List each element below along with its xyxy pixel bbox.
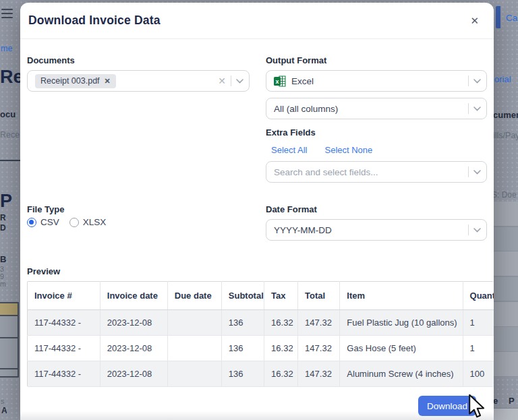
column-header: Subtotal	[221, 282, 264, 310]
chevron-down-icon[interactable]	[236, 79, 243, 84]
bg-bottom-text-1: s	[1, 397, 4, 405]
table-cell: 147.32	[298, 310, 340, 336]
output-format-select[interactable]: x Excel	[266, 70, 487, 92]
bg-tutorial-link-fragment[interactable]: orial	[494, 74, 511, 84]
bg-status-fragment: S: Doe .	[492, 190, 518, 200]
preview-table: Invoice #Invoice dateDue dateSubtotalTax…	[27, 281, 494, 387]
radio-option-xlsx[interactable]: XLSX	[69, 217, 107, 227]
table-cell: 100	[463, 361, 494, 387]
document-tag-label: Receipt 003.pdf	[40, 76, 100, 86]
documents-select[interactable]: Receipt 003.pdf ✕ ✕	[27, 70, 250, 92]
column-header: Quantity	[463, 282, 494, 310]
date-format-label: Date Format	[266, 204, 487, 214]
extra-fields-label: Extra Fields	[266, 127, 487, 138]
table-cell	[167, 336, 221, 361]
table-cell: 1	[463, 310, 494, 336]
svg-text:x: x	[275, 78, 279, 85]
table-cell: 117-44332 -	[28, 310, 100, 336]
download-invoice-modal: Download Invoice Data ✕ Documents Receip…	[20, 3, 494, 420]
bg-row-label-2: D	[0, 223, 6, 233]
bg-small-text-3: m	[0, 280, 6, 288]
column-header: Tax	[264, 282, 298, 310]
table-cell: 16.32	[264, 361, 298, 387]
preview-label: Preview	[27, 266, 487, 276]
select-divider	[468, 167, 469, 177]
table-cell: Gas Hose (5 feet)	[340, 336, 463, 361]
bg-big-letter-fragment: P	[0, 191, 12, 212]
bg-row-label-1: R	[0, 213, 6, 222]
preview-table-container: Invoice #Invoice dateDue dateSubtotalTax…	[27, 281, 494, 387]
bg-document-thumbnail	[0, 302, 19, 378]
bg-top-button-fragment[interactable]: Ca	[506, 13, 517, 23]
table-cell: Fuel Plastic Jug (10 gallons)	[340, 310, 463, 336]
table-cell: 2023-12-08	[100, 361, 167, 387]
bg-doc-name-fragment: Rece	[0, 130, 20, 140]
download-button[interactable]: Download	[418, 396, 476, 416]
modal-body: Documents Receipt 003.pdf ✕ ✕	[20, 39, 494, 387]
table-row: 117-44332 -2023-12-0813616.32147.32Gas H…	[28, 336, 494, 361]
radio-csv-label: CSV	[40, 217, 59, 227]
modal-header: Download Invoice Data ✕	[20, 3, 494, 39]
bg-hidden-button-edge	[496, 6, 500, 28]
bg-bills-fragment: ills/Pay	[493, 131, 518, 140]
table-cell: 147.32	[298, 361, 340, 387]
document-tag: Receipt 003.pdf ✕	[35, 74, 116, 88]
column-header: Due date	[167, 282, 221, 310]
table-row: 117-44332 -2023-12-0813616.32147.32Fuel …	[28, 310, 494, 336]
column-header: Invoice #	[28, 282, 100, 310]
table-cell	[167, 361, 221, 387]
bg-section-label-fragment: B	[0, 254, 6, 264]
chevron-down-icon[interactable]	[473, 107, 481, 111]
table-cell: 136	[221, 310, 264, 336]
documents-label: Documents	[27, 55, 250, 65]
table-cell	[167, 310, 221, 336]
select-divider	[468, 76, 469, 86]
remove-tag-icon[interactable]: ✕	[105, 78, 111, 85]
table-cell: 147.32	[298, 336, 340, 361]
close-icon[interactable]: ✕	[470, 16, 479, 26]
table-cell: Aluminum Screw (4 inches)	[340, 361, 463, 387]
table-cell: 2023-12-08	[100, 336, 167, 361]
bg-col-header-2: P	[509, 396, 515, 406]
radio-option-csv[interactable]: CSV	[27, 217, 59, 227]
bg-bottom-text-2: A	[1, 406, 7, 415]
bg-nav-link-fragment[interactable]: me	[1, 44, 12, 53]
select-divider	[231, 76, 231, 86]
table-cell: 1	[463, 336, 494, 361]
column-header: Total	[298, 282, 340, 310]
extra-fields-select[interactable]: Search and select fields...	[266, 161, 487, 183]
table-cell: 136	[221, 336, 264, 361]
select-all-link[interactable]: Select All	[271, 145, 307, 155]
hamburger-menu-icon[interactable]	[1, 9, 13, 20]
clear-select-icon[interactable]: ✕	[218, 76, 226, 86]
select-divider	[468, 103, 469, 114]
bg-table-stripes	[492, 202, 518, 377]
output-format-label: Output Format	[266, 55, 487, 65]
chevron-down-icon[interactable]	[473, 170, 481, 175]
screen: me Re ocu Rece P R D B 3 9 m s A Ca oria…	[0, 0, 518, 420]
bg-documents-label-fragment: cumen	[493, 110, 518, 120]
date-format-select[interactable]: YYYY-MM-DD	[266, 219, 487, 241]
modal-title: Download Invoice Data	[28, 13, 161, 28]
table-cell: 16.32	[264, 336, 298, 361]
bg-col-header-1: e	[493, 396, 498, 406]
table-cell: 117-44332 -	[28, 361, 100, 387]
radio-csv-selected[interactable]	[27, 218, 36, 227]
output-format-value: Excel	[291, 76, 468, 86]
chevron-down-icon[interactable]	[473, 79, 481, 84]
columns-value: All (all columns)	[274, 104, 468, 114]
table-row: 117-44332 -2023-12-0813616.32147.32Alumi…	[28, 361, 494, 387]
extra-fields-placeholder: Search and select fields...	[274, 167, 468, 177]
bg-doc-label-fragment: ocu	[0, 109, 16, 119]
chevron-down-icon[interactable]	[473, 228, 481, 233]
table-cell: 2023-12-08	[100, 310, 167, 336]
bg-divider-line	[0, 160, 20, 161]
file-type-label: File Type	[27, 204, 250, 214]
radio-xlsx-unselected[interactable]	[69, 218, 79, 227]
date-format-value: YYYY-MM-DD	[274, 225, 468, 235]
bg-bottom-table-row	[492, 408, 518, 420]
table-cell: 117-44332 -	[28, 336, 100, 361]
select-none-link[interactable]: Select None	[324, 145, 372, 155]
columns-select[interactable]: All (all columns)	[266, 98, 487, 119]
table-cell: 136	[221, 361, 264, 387]
